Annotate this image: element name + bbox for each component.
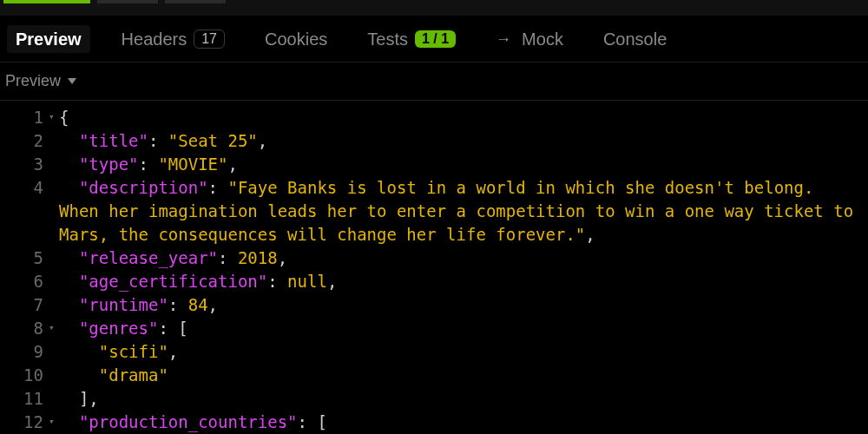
tab-tests-label: Tests (367, 30, 408, 48)
json-string: "MOVIE" (158, 155, 227, 174)
preview-mode-selector[interactable]: Preview (0, 62, 868, 101)
comma: , (168, 342, 178, 361)
fold-toggle-icon[interactable]: ▾ (49, 106, 59, 124)
json-null: null (287, 272, 327, 291)
fold-toggle-icon[interactable]: ▾ (49, 317, 59, 335)
comma: , (585, 225, 595, 244)
arrow-right-icon: → (496, 31, 511, 47)
colon: : (139, 155, 159, 174)
code-line: 6 "age_certification": null, (0, 270, 868, 293)
line-number: 9 (0, 340, 49, 364)
line-number: 10 (0, 364, 49, 387)
json-number: 2018 (238, 248, 278, 267)
colon: : (208, 178, 228, 197)
bracket-close: ] (79, 389, 89, 408)
comma: , (278, 248, 287, 267)
line-number: 8 (0, 317, 49, 340)
preview-mode-label: Preview (5, 72, 61, 90)
json-key: "age_certification" (79, 272, 267, 291)
chevron-down-icon (68, 78, 76, 84)
code-line: 3 "type": "MOVIE", (0, 153, 868, 176)
json-string: "drama" (99, 365, 168, 385)
line-number: 7 (0, 293, 49, 317)
tab-preview[interactable]: Preview (7, 25, 90, 53)
code-line: 11 ], (0, 387, 868, 411)
code-line: 1 ▾ { (0, 106, 868, 129)
json-key: "type" (79, 155, 139, 174)
json-string: "Seat 25" (168, 131, 258, 150)
code-line: 8 ▾ "genres": [ (0, 317, 868, 340)
comma: , (208, 295, 218, 314)
line-number: 5 (0, 247, 49, 270)
line-number: 11 (0, 387, 49, 411)
top-strip (0, 0, 868, 16)
response-tabs: Preview Headers 17 Cookies Tests 1 / 1 →… (0, 16, 868, 62)
colon: : (168, 295, 188, 314)
brace-open: { (59, 108, 69, 127)
json-key: "runtime" (79, 295, 168, 314)
tab-mock-label: Mock (522, 30, 563, 48)
json-key: "release_year" (79, 248, 218, 267)
colon: : (148, 131, 168, 150)
code-line: 2 "title": "Seat 25", (0, 129, 868, 153)
json-key: "description" (79, 178, 208, 197)
comma: , (89, 389, 98, 408)
bracket-open: [ (317, 412, 326, 431)
comma: , (327, 272, 337, 291)
code-line: 5 "release_year": 2018, (0, 247, 868, 270)
code-line: 4 "description": "Faye Banks is lost in … (0, 176, 868, 247)
top-strip-segment (97, 0, 158, 3)
line-number: 1 (0, 106, 49, 129)
tab-cookies[interactable]: Cookies (256, 25, 336, 53)
comma: , (227, 155, 237, 174)
comma: , (258, 131, 267, 150)
top-strip-segment-active (3, 0, 90, 3)
code-line: 12 ▾ "production_countries": [ (0, 411, 868, 434)
code-line: 9 "scifi", (0, 340, 868, 364)
json-key: "genres" (79, 319, 159, 338)
colon: : (218, 248, 238, 267)
json-number: 84 (188, 295, 208, 314)
line-number: 4 (0, 176, 49, 200)
bracket-open: [ (178, 319, 187, 338)
colon: : (267, 272, 287, 291)
fold-toggle-icon[interactable]: ▾ (49, 411, 59, 429)
top-strip-segment (165, 0, 226, 3)
tab-console[interactable]: Console (595, 25, 675, 53)
code-line: 7 "runtime": 84, (0, 293, 868, 317)
line-number: 3 (0, 153, 49, 176)
tab-mock[interactable]: → Mock (487, 25, 572, 53)
json-viewer: 1 ▾ { 2 "title": "Seat 25", 3 "type": "M… (0, 101, 868, 434)
tab-headers[interactable]: Headers 17 (113, 24, 233, 54)
line-number: 6 (0, 270, 49, 293)
line-number: 2 (0, 129, 49, 153)
tab-headers-label: Headers (122, 30, 187, 48)
json-string: "scifi" (99, 342, 168, 361)
tests-pass-badge: 1 / 1 (415, 30, 456, 48)
json-key: "title" (79, 131, 148, 150)
colon: : (158, 319, 178, 338)
line-number: 12 (0, 411, 49, 434)
headers-count-badge: 17 (194, 30, 225, 49)
colon: : (298, 412, 318, 431)
code-line: 10 "drama" (0, 364, 868, 387)
json-key: "production_countries" (79, 412, 298, 431)
tab-tests[interactable]: Tests 1 / 1 (358, 25, 464, 53)
